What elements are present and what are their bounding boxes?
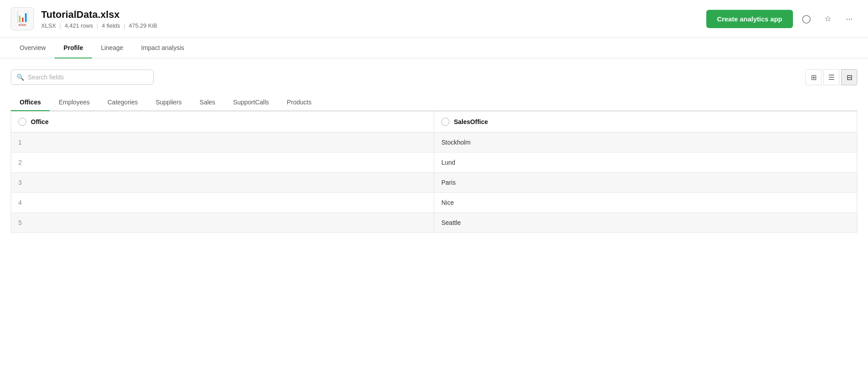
file-icon: 📊 xlsx (11, 7, 34, 30)
search-box[interactable]: 🔍 (11, 70, 154, 85)
file-icon-label: xlsx (18, 23, 26, 27)
row-value: Nice (434, 193, 857, 213)
field-tab-categories[interactable]: Categories (99, 94, 147, 111)
main-tabs: Overview Profile Lineage Impact analysis (0, 38, 868, 58)
row-value: Paris (434, 173, 857, 193)
file-type: XLSX (41, 22, 56, 29)
table-icon: ⊟ (847, 73, 852, 82)
col1-label: Office (31, 118, 49, 125)
search-input[interactable] (28, 74, 148, 81)
tab-profile[interactable]: Profile (55, 38, 92, 58)
row-value: Lund (434, 153, 857, 173)
col1-header: Office (11, 112, 434, 133)
feedback-icon: ◯ (802, 14, 811, 24)
create-analytics-app-button[interactable]: Create analytics app (706, 10, 793, 28)
meta-sep-3: | (124, 22, 125, 29)
search-icon: 🔍 (17, 74, 24, 81)
table-view-button[interactable]: ⊟ (841, 69, 857, 85)
header-right: Create analytics app ◯ ☆ ··· (706, 10, 857, 28)
content-area: 🔍 ⊞ ☰ ⊟ Offices Employees Categories Sup… (0, 58, 868, 244)
col2-label: SalesOffice (454, 118, 488, 125)
row-index: 3 (11, 173, 434, 193)
col2-checkbox[interactable] (441, 118, 449, 126)
field-tab-suppliers[interactable]: Suppliers (147, 94, 190, 111)
grid-icon: ⊞ (811, 73, 817, 82)
file-meta: XLSX | 4,421 rows | 4 fields | 475.29 Ki… (41, 22, 157, 29)
grid-view-button[interactable]: ⊞ (805, 69, 822, 85)
data-table: Office SalesOffice 1 Stockholm 2 Lund 3 … (11, 111, 857, 233)
feedback-icon-button[interactable]: ◯ (798, 11, 814, 27)
field-tab-employees[interactable]: Employees (50, 94, 98, 111)
row-index: 1 (11, 133, 434, 153)
list-icon: ☰ (828, 73, 834, 82)
table-row: 5 Seattle (11, 213, 857, 233)
ellipsis-icon: ··· (846, 14, 852, 24)
toolbar: 🔍 ⊞ ☰ ⊟ (11, 69, 857, 85)
field-tab-sales[interactable]: Sales (191, 94, 224, 111)
meta-sep-1: | (59, 22, 61, 29)
row-value: Seattle (434, 213, 857, 233)
header: 📊 xlsx TutorialData.xlsx XLSX | 4,421 ro… (0, 0, 868, 38)
header-left: 📊 xlsx TutorialData.xlsx XLSX | 4,421 ro… (11, 7, 157, 30)
star-icon: ☆ (824, 14, 831, 24)
field-tabs: Offices Employees Categories Suppliers S… (11, 94, 857, 111)
tab-lineage[interactable]: Lineage (92, 38, 132, 58)
table-row: 1 Stockholm (11, 133, 857, 153)
tab-impact-analysis[interactable]: Impact analysis (132, 38, 193, 58)
row-index: 5 (11, 213, 434, 233)
list-view-button[interactable]: ☰ (823, 69, 839, 85)
file-name: TutorialData.xlsx (41, 9, 157, 21)
row-index: 4 (11, 193, 434, 213)
field-tab-offices[interactable]: Offices (11, 94, 50, 111)
row-value: Stockholm (434, 133, 857, 153)
view-controls: ⊞ ☰ ⊟ (805, 69, 857, 85)
file-size: 475.29 KiB (129, 22, 157, 29)
file-info: TutorialData.xlsx XLSX | 4,421 rows | 4 … (41, 9, 157, 29)
tab-overview[interactable]: Overview (11, 38, 55, 58)
file-fields: 4 fields (102, 22, 120, 29)
table-row: 3 Paris (11, 173, 857, 193)
col2-header: SalesOffice (434, 112, 857, 133)
file-rows: 4,421 rows (65, 22, 93, 29)
row-index: 2 (11, 153, 434, 173)
file-icon-image: 📊 (17, 11, 29, 23)
more-options-button[interactable]: ··· (841, 11, 857, 27)
meta-sep-2: | (96, 22, 98, 29)
col1-checkbox[interactable] (18, 118, 26, 126)
table-row: 2 Lund (11, 153, 857, 173)
field-tab-supportcalls[interactable]: SupportCalls (224, 94, 278, 111)
table-row: 4 Nice (11, 193, 857, 213)
favorite-icon-button[interactable]: ☆ (820, 11, 836, 27)
field-tab-products[interactable]: Products (278, 94, 320, 111)
